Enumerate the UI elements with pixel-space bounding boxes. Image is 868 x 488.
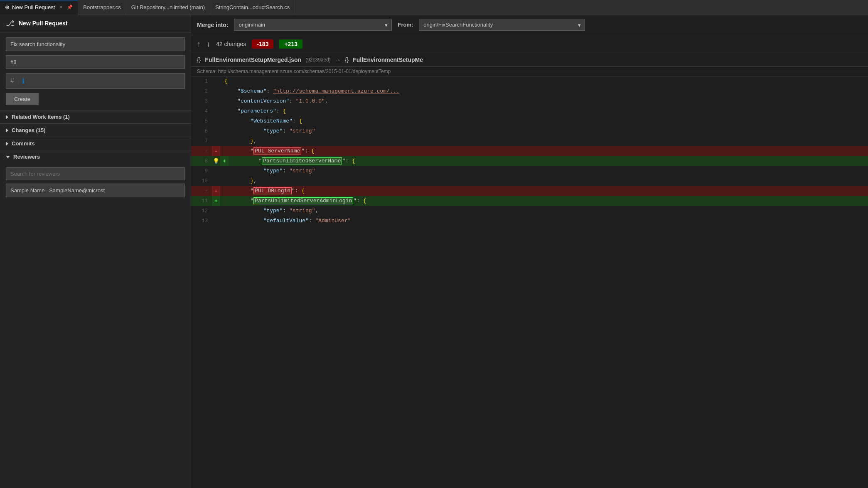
reviewer-item[interactable]: Sample Name · SampleName@microst — [6, 184, 185, 197]
line-content: "type": "string" — [220, 126, 868, 136]
line-content: "PartsUnlimitedServerName": { — [229, 156, 868, 166]
tab-label: Bootstrapper.cs — [83, 4, 120, 10]
line-content: "PUL_ServerName": { — [220, 146, 868, 156]
from-branch-select-wrapper: origin/FixSearchFunctionality — [419, 19, 585, 31]
line-number: 13 — [191, 216, 212, 226]
tab-icon: ⊕ — [5, 4, 10, 10]
hash-icon: # — [10, 77, 14, 85]
chevron-right-icon — [6, 128, 8, 132]
diff-line: 9 "type": "string" — [191, 166, 868, 176]
diff-container[interactable]: 1 { 2 "$schema": "http://schema.manageme… — [191, 76, 868, 488]
reviewer-search-input[interactable] — [6, 167, 185, 180]
line-number: 8 — [191, 156, 212, 166]
line-number: – — [191, 186, 212, 196]
tab-git-repository[interactable]: Git Repository...nlimited (main) — [126, 0, 210, 15]
file-hash: (92c39aed) — [305, 57, 331, 63]
related-work-items-section[interactable]: Related Work Items (1) — [0, 110, 191, 123]
tab-bar: ⊕ New Pull Request ✕ 📌 Bootstrapper.cs G… — [0, 0, 868, 15]
from-branch-select[interactable]: origin/FixSearchFunctionality — [419, 19, 585, 31]
diff-line: 13 "defaultValue": "AdminUser" — [191, 216, 868, 226]
diff-line: 7 }, — [191, 136, 868, 146]
chevron-down-icon — [6, 156, 10, 158]
diff-line: 3 "contentVersion": "1.0.0.0", — [191, 96, 868, 106]
tab-label: New Pull Request — [12, 4, 55, 10]
file-icon: {} — [197, 56, 201, 63]
commits-section[interactable]: Commits — [0, 137, 191, 150]
deletions-badge: -183 — [252, 39, 273, 49]
line-gutter: - — [212, 186, 220, 196]
line-gutter — [212, 176, 220, 186]
line-content: "PUL_DBLogin": { — [220, 186, 868, 196]
diff-line-added: 11 + "PartsUnlimitedServerAdminLogin": { — [191, 196, 868, 206]
reviewers-section-header[interactable]: Reviewers — [0, 150, 191, 163]
line-content: }, — [220, 136, 868, 146]
line-gutter — [212, 216, 220, 226]
additions-badge: +213 — [279, 39, 302, 49]
changes-section[interactable]: Changes (15) — [0, 123, 191, 137]
line-gutter: + — [212, 196, 220, 206]
line-gutter — [212, 136, 220, 146]
create-button-label: Create — [14, 96, 30, 102]
pr-form: # | ℹ Create — [0, 32, 191, 110]
line-content: "$schema": "http://schema.management.azu… — [220, 86, 868, 96]
create-button[interactable]: Create — [6, 93, 39, 105]
tab-string-contains[interactable]: StringContain...oductSearch.cs — [210, 0, 295, 15]
reviewer-name: Sample Name · SampleName@microst — [10, 187, 105, 194]
diff-line-added: 8 💡 + "PartsUnlimitedServerName": { — [191, 156, 868, 166]
diff-line: 2 "$schema": "http://schema.management.a… — [191, 86, 868, 96]
diff-line-deleted: – - "PUL_DBLogin": { — [191, 186, 868, 196]
file-icon-right: {} — [345, 56, 349, 63]
line-gutter — [212, 126, 220, 136]
separator: | — [17, 78, 19, 84]
diff-line: 5 "WebsiteName": { — [191, 116, 868, 126]
diff-toolbar: Merge into: origin/main From: origin/Fix… — [191, 15, 868, 35]
section-title: Related Work Items (1) — [12, 114, 70, 120]
arrow-down-icon: ↓ — [207, 40, 210, 49]
tab-label: StringContain...oductSearch.cs — [215, 4, 290, 10]
pr-description-area[interactable]: # | ℹ — [6, 73, 185, 89]
merge-into-label: Merge into: — [197, 22, 228, 28]
pr-number-input[interactable] — [6, 55, 185, 69]
chevron-right-icon — [6, 142, 8, 146]
pr-title-input[interactable] — [6, 37, 185, 51]
panel-title: New Pull Request — [19, 20, 67, 27]
line-number: 9 — [191, 166, 212, 176]
section-title: Changes (15) — [12, 127, 46, 133]
info-icon[interactable]: ℹ — [22, 77, 25, 85]
line-content: { — [220, 76, 868, 86]
diff-line: 1 { — [191, 76, 868, 86]
from-label: From: — [398, 22, 413, 28]
line-number: 3 — [191, 96, 212, 106]
main-layout: ⎇ New Pull Request # | ℹ Create Related … — [0, 15, 868, 488]
hint-icon: 💡 — [212, 156, 220, 166]
line-gutter — [212, 76, 220, 86]
diff-stats: ↑ ↓ 42 changes -183 +213 — [191, 35, 868, 53]
line-number: 12 — [191, 206, 212, 216]
line-number: 7 — [191, 136, 212, 146]
line-content: "type": "string" — [220, 166, 868, 176]
reviewers-section-title: Reviewers — [13, 154, 40, 160]
tab-close-icon[interactable]: ✕ — [59, 5, 63, 10]
file-name: FullEnvironmentSetupMerged.json — [205, 56, 301, 63]
merge-branch-select[interactable]: origin/main — [234, 19, 392, 31]
reviewers-content: Sample Name · SampleName@microst — [0, 163, 191, 201]
file-arrow: → — [335, 56, 341, 63]
pr-branch-icon: ⎇ — [6, 19, 15, 28]
left-panel-header: ⎇ New Pull Request — [0, 15, 191, 32]
file-name-right: FullEnvironmentSetupMe — [353, 56, 423, 63]
file-header: {} FullEnvironmentSetupMerged.json (92c3… — [191, 53, 868, 67]
line-gutter — [212, 166, 220, 176]
schema-url: http://schema.management.azure.com/schem… — [218, 69, 391, 74]
chevron-right-icon — [6, 115, 8, 119]
line-number: – — [191, 146, 212, 156]
tab-pin-icon[interactable]: 📌 — [67, 5, 73, 10]
section-title: Commits — [12, 140, 35, 147]
merge-branch-select-wrapper: origin/main — [234, 19, 392, 31]
line-number: 11 — [191, 196, 212, 206]
line-number: 4 — [191, 106, 212, 116]
tab-bootstrapper[interactable]: Bootstrapper.cs — [78, 0, 126, 15]
line-gutter: + — [220, 156, 229, 166]
diff-line-deleted: – - "PUL_ServerName": { — [191, 146, 868, 156]
tab-new-pull-request[interactable]: ⊕ New Pull Request ✕ 📌 — [0, 0, 78, 15]
diff-line: 6 "type": "string" — [191, 126, 868, 136]
